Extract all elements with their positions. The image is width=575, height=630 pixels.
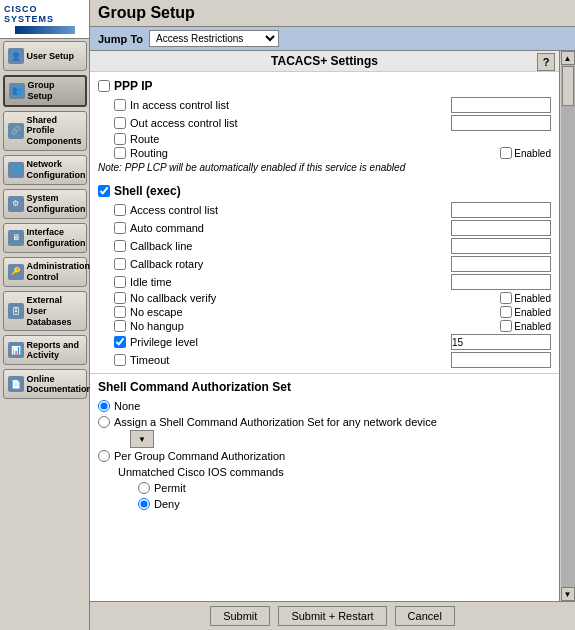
no-hangup-checkbox[interactable]	[114, 320, 126, 332]
auto-cmd-input[interactable]	[451, 220, 551, 236]
assign-radio-row: Assign a Shell Command Authorization Set…	[98, 414, 551, 430]
scroll-down-button[interactable]: ▼	[561, 587, 575, 601]
jump-to-label: Jump To	[98, 33, 143, 45]
scroll-up-button[interactable]: ▲	[561, 51, 575, 65]
privilege-level-input[interactable]	[451, 334, 551, 350]
submit-restart-button[interactable]: Submit + Restart	[278, 606, 386, 626]
in-access-row: In access control list	[98, 96, 551, 114]
route-checkbox[interactable]	[114, 133, 126, 145]
no-escape-enabled-label: Enabled	[514, 307, 551, 318]
callback-rotary-input[interactable]	[451, 256, 551, 272]
shell-cmd-auth-section: Shell Command Authorization Set None Ass…	[90, 373, 559, 518]
scroll-thumb[interactable]	[562, 66, 574, 106]
no-callback-enabled: Enabled	[500, 292, 551, 304]
sidebar-item-group-setup[interactable]: 👥 Group Setup	[3, 75, 87, 107]
no-hangup-enabled: Enabled	[500, 320, 551, 332]
no-callback-enabled-label: Enabled	[514, 293, 551, 304]
assign-dropdown-row: ▼	[98, 430, 551, 448]
in-access-checkbox[interactable]	[114, 99, 126, 111]
sidebar-item-reports[interactable]: 📊 Reports and Activity	[3, 335, 87, 365]
help-button[interactable]: ?	[537, 53, 555, 71]
no-escape-row: No escape Enabled	[98, 305, 551, 319]
routing-row: Routing Enabled	[98, 146, 551, 160]
routing-enabled-checkbox[interactable]	[500, 147, 512, 159]
privilege-level-label: Privilege level	[130, 336, 447, 348]
cancel-button[interactable]: Cancel	[395, 606, 455, 626]
sidebar-item-system-config[interactable]: ⚙ System Configuration	[3, 189, 87, 219]
per-group-radio[interactable]	[98, 450, 110, 462]
routing-enabled-label: Enabled	[514, 148, 551, 159]
in-access-input[interactable]	[451, 97, 551, 113]
no-callback-label: No callback verify	[130, 292, 496, 304]
deny-radio-row: Deny	[138, 496, 551, 512]
assign-radio[interactable]	[98, 416, 110, 428]
permit-label: Permit	[154, 482, 186, 494]
route-label: Route	[130, 133, 551, 145]
sidebar-item-network-config[interactable]: 🌐 Network Configuration	[3, 155, 87, 185]
idle-time-input[interactable]	[451, 274, 551, 290]
route-row: Route	[98, 132, 551, 146]
no-callback-enabled-checkbox[interactable]	[500, 292, 512, 304]
per-group-label: Per Group Command Authorization	[114, 450, 285, 462]
no-callback-checkbox[interactable]	[114, 292, 126, 304]
sidebar-label: Group Setup	[28, 80, 81, 102]
no-hangup-enabled-checkbox[interactable]	[500, 320, 512, 332]
no-escape-enabled-checkbox[interactable]	[500, 306, 512, 318]
main-panel: Group Setup Jump To Access Restrictions …	[90, 0, 575, 630]
ppp-ip-header: PPP IP	[98, 76, 551, 96]
idle-time-checkbox[interactable]	[114, 276, 126, 288]
sidebar-label: External User Databases	[27, 295, 82, 327]
interface-icon: 🖥	[8, 230, 24, 246]
no-escape-label: No escape	[130, 306, 496, 318]
acl-checkbox[interactable]	[114, 204, 126, 216]
jump-to-select[interactable]: Access Restrictions General TACACS+ Sett…	[149, 30, 279, 47]
page-header: Group Setup	[90, 0, 575, 27]
timeout-checkbox[interactable]	[114, 354, 126, 366]
scroll-track	[561, 65, 575, 587]
out-access-input[interactable]	[451, 115, 551, 131]
sidebar-label: Administration Control	[27, 261, 91, 283]
submit-button[interactable]: Submit	[210, 606, 270, 626]
deny-radio[interactable]	[138, 498, 150, 510]
idle-time-label: Idle time	[130, 276, 447, 288]
sidebar-label: Shared Profile Components	[27, 115, 82, 147]
cisco-logo: CISCO SYSTEMS	[4, 4, 85, 24]
sidebar-item-interface-config[interactable]: 🖥 Interface Configuration	[3, 223, 87, 253]
deny-label: Deny	[154, 498, 180, 510]
timeout-input[interactable]	[451, 352, 551, 368]
cisco-bar	[15, 26, 75, 34]
sidebar-item-shared-profile[interactable]: 🔗 Shared Profile Components	[3, 111, 87, 151]
sidebar-item-admin-control[interactable]: 🔑 Administration Control	[3, 257, 87, 287]
page-title: Group Setup	[98, 4, 195, 22]
section-header-tacacs: TACACS+ Settings ?	[90, 51, 559, 72]
unmatched-label: Unmatched Cisco IOS commands	[118, 464, 551, 480]
jump-to-bar: Jump To Access Restrictions General TACA…	[90, 27, 575, 51]
callback-rotary-checkbox[interactable]	[114, 258, 126, 270]
shell-exec-checkbox[interactable]	[98, 185, 110, 197]
timeout-row: Timeout	[98, 351, 551, 369]
network-icon: 🌐	[8, 162, 24, 178]
callback-line-checkbox[interactable]	[114, 240, 126, 252]
acl-input[interactable]	[451, 202, 551, 218]
callback-line-input[interactable]	[451, 238, 551, 254]
assign-dropdown-button[interactable]: ▼	[130, 430, 154, 448]
ppp-ip-label: PPP IP	[114, 79, 152, 93]
sidebar-item-external-user[interactable]: 🗄 External User Databases	[3, 291, 87, 331]
section-title: TACACS+ Settings	[271, 54, 378, 68]
callback-rotary-label: Callback rotary	[130, 258, 447, 270]
no-escape-enabled: Enabled	[500, 306, 551, 318]
permit-radio[interactable]	[138, 482, 150, 494]
none-radio[interactable]	[98, 400, 110, 412]
sidebar-item-user-setup[interactable]: 👤 User Setup	[3, 41, 87, 71]
shell-exec-label: Shell (exec)	[114, 184, 181, 198]
no-escape-checkbox[interactable]	[114, 306, 126, 318]
sidebar-label: Interface Configuration	[27, 227, 86, 249]
out-access-checkbox[interactable]	[114, 117, 126, 129]
sidebar-item-online-docs[interactable]: 📄 Online Documentation	[3, 369, 87, 399]
content-area: TACACS+ Settings ? PPP IP In access cont…	[90, 51, 559, 601]
routing-checkbox[interactable]	[114, 147, 126, 159]
auto-cmd-checkbox[interactable]	[114, 222, 126, 234]
per-group-radio-row: Per Group Command Authorization	[98, 448, 551, 464]
privilege-level-checkbox[interactable]	[114, 336, 126, 348]
ppp-ip-checkbox[interactable]	[98, 80, 110, 92]
